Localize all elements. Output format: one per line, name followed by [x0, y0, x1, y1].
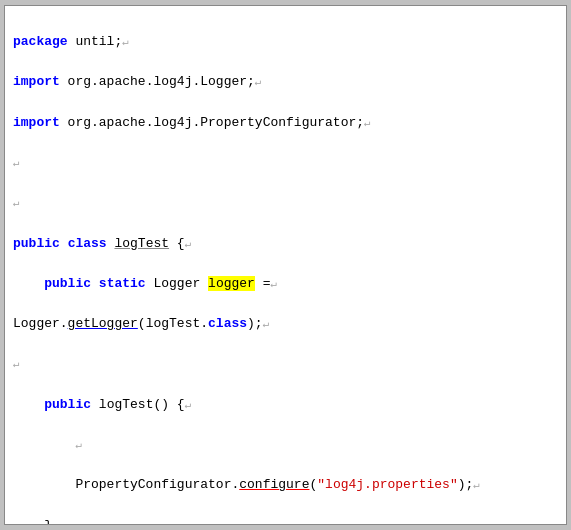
line-3: import org.apache.log4j.PropertyConfigur… [13, 113, 558, 133]
code-editor[interactable]: package until;↵ import org.apache.log4j.… [4, 5, 567, 525]
line-12: PropertyConfigurator.configure("log4j.pr… [13, 475, 558, 495]
line-2: import org.apache.log4j.Logger;↵ [13, 72, 558, 92]
code-content: package until;↵ import org.apache.log4j.… [5, 6, 566, 525]
line-11: ↵ [13, 435, 558, 455]
line-4: ↵ [13, 153, 558, 173]
line-9: ↵ [13, 354, 558, 374]
line-10: public logTest() {↵ [13, 395, 558, 415]
line-7: public static Logger logger =↵ [13, 274, 558, 294]
line-5: ↵ [13, 193, 558, 213]
line-1: package until;↵ [13, 32, 558, 52]
line-6: public class logTest {↵ [13, 234, 558, 254]
line-13: }↵ [13, 516, 558, 525]
line-8: Logger.getLogger(logTest.class);↵ [13, 314, 558, 334]
